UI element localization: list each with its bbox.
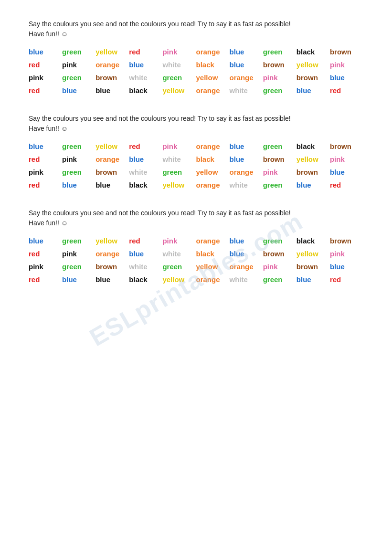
color-word-s2-r1-c1: blue (29, 142, 62, 150)
color-word-s2-r2-c10: pink (330, 155, 363, 163)
color-word-s1-r2-c2: pink (62, 61, 95, 69)
color-word-s3-r2-c5: white (162, 250, 196, 258)
color-word-s1-r1-c3: yellow (95, 48, 129, 56)
color-word-s3-r3-c4: white (129, 263, 162, 271)
color-word-s2-r1-c7: blue (230, 142, 263, 150)
instruction-3: Say the coulours you see and not the cou… (29, 208, 363, 228)
color-word-s3-r2-c9: yellow (297, 250, 330, 258)
color-word-s1-r1-c7: blue (230, 48, 263, 56)
color-word-s3-r4-c9: blue (297, 275, 330, 284)
color-word-s2-r1-c6: orange (196, 142, 229, 150)
instruction-line1: Say the coulours you see and not the cou… (29, 115, 291, 122)
color-word-s2-r1-c4: red (129, 142, 162, 150)
color-word-s3-r3-c10: blue (330, 263, 363, 271)
color-word-s3-r3-c5: green (162, 263, 196, 271)
color-word-s2-r4-c6: orange (196, 181, 229, 189)
color-grid-3: bluegreenyellowredpinkorangebluegreenbla… (29, 237, 363, 284)
color-word-s1-r4-c8: green (263, 86, 297, 95)
color-grid-2: bluegreenyellowredpinkorangebluegreenbla… (29, 142, 363, 189)
color-word-s3-r1-c8: green (263, 237, 297, 245)
color-word-s2-r2-c3: orange (95, 155, 129, 163)
color-word-s3-r4-c6: orange (196, 275, 229, 284)
color-word-s2-r3-c3: brown (95, 168, 129, 176)
color-word-s3-r2-c7: blue (230, 250, 263, 258)
color-word-s2-r1-c10: brown (330, 142, 363, 150)
color-word-s2-r4-c7: white (230, 181, 263, 189)
color-word-s2-r1-c3: yellow (95, 142, 129, 150)
color-word-s1-r3-c3: brown (95, 74, 129, 82)
color-word-s1-r1-c4: red (129, 48, 162, 56)
color-word-s1-r2-c3: orange (95, 61, 129, 69)
color-word-s1-r2-c8: brown (263, 61, 297, 69)
color-word-s1-r4-c2: blue (62, 86, 95, 95)
color-word-s1-r2-c9: yellow (297, 61, 330, 69)
color-word-s2-r2-c2: pink (62, 155, 95, 163)
color-word-s1-r4-c1: red (29, 86, 62, 95)
instruction-line2: Have fun!! ☺ (29, 125, 68, 132)
color-word-s2-r3-c9: brown (297, 168, 330, 176)
color-word-s1-r4-c6: orange (196, 86, 229, 95)
color-word-s1-r3-c8: pink (263, 74, 297, 82)
color-word-s3-r4-c4: black (129, 275, 162, 284)
color-word-s3-r2-c3: orange (95, 250, 129, 258)
color-word-s1-r1-c1: blue (29, 48, 62, 56)
instruction-line2: Have fun!! ☺ (29, 30, 68, 38)
color-word-s2-r2-c1: red (29, 155, 62, 163)
color-word-s2-r3-c6: yellow (196, 168, 229, 176)
color-word-s1-r4-c10: red (330, 86, 363, 95)
color-word-s1-r2-c10: pink (330, 61, 363, 69)
color-word-s2-r1-c5: pink (162, 142, 196, 150)
color-word-s3-r3-c2: green (62, 263, 95, 271)
color-word-s3-r2-c8: brown (263, 250, 297, 258)
color-word-s2-r4-c1: red (29, 181, 62, 189)
instruction-line1: Say the coulours you see and not the cou… (29, 20, 291, 28)
color-word-s2-r4-c10: red (330, 181, 363, 189)
color-word-s3-r4-c1: red (29, 275, 62, 284)
color-word-s2-r1-c9: black (297, 142, 330, 150)
color-word-s1-r1-c10: brown (330, 48, 363, 56)
color-word-s3-r4-c7: white (230, 275, 263, 284)
color-word-s2-r2-c8: brown (263, 155, 297, 163)
instruction-1: Say the coulours you see and not the cou… (29, 19, 363, 39)
color-word-s3-r1-c3: yellow (95, 237, 129, 245)
color-word-s2-r2-c6: black (196, 155, 229, 163)
color-word-s3-r4-c2: blue (62, 275, 95, 284)
color-word-s2-r2-c5: white (162, 155, 196, 163)
color-word-s1-r3-c7: orange (230, 74, 263, 82)
color-word-s1-r2-c5: white (162, 61, 196, 69)
color-word-s3-r3-c7: orange (230, 263, 263, 271)
color-word-s1-r3-c4: white (129, 74, 162, 82)
color-word-s3-r4-c3: blue (95, 275, 129, 284)
color-word-s1-r3-c2: green (62, 74, 95, 82)
color-word-s2-r3-c2: green (62, 168, 95, 176)
color-word-s2-r3-c8: pink (263, 168, 297, 176)
color-word-s3-r2-c1: red (29, 250, 62, 258)
color-word-s2-r2-c4: blue (129, 155, 162, 163)
color-word-s3-r4-c10: red (330, 275, 363, 284)
instruction-line1: Say the coulours you see and not the cou… (29, 209, 291, 217)
color-word-s1-r1-c5: pink (162, 48, 196, 56)
color-word-s2-r3-c7: orange (230, 168, 263, 176)
color-word-s3-r1-c7: blue (230, 237, 263, 245)
color-word-s1-r2-c1: red (29, 61, 62, 69)
color-word-s3-r1-c6: orange (196, 237, 229, 245)
color-word-s2-r4-c2: blue (62, 181, 95, 189)
color-word-s1-r3-c1: pink (29, 74, 62, 82)
instruction-line2: Have fun!! ☺ (29, 219, 68, 227)
color-grid-1: bluegreenyellowredpinkorangebluegreenbla… (29, 48, 363, 95)
color-word-s1-r4-c4: black (129, 86, 162, 95)
color-word-s1-r2-c4: blue (129, 61, 162, 69)
color-word-s2-r3-c5: green (162, 168, 196, 176)
section-1: Say the coulours you see and not the cou… (29, 19, 363, 95)
color-word-s1-r4-c3: blue (95, 86, 129, 95)
color-word-s3-r1-c9: black (297, 237, 330, 245)
section-2: Say the coulours you see and not the cou… (29, 114, 363, 189)
color-word-s2-r4-c4: black (129, 181, 162, 189)
color-word-s3-r3-c9: brown (297, 263, 330, 271)
color-word-s3-r2-c2: pink (62, 250, 95, 258)
color-word-s2-r3-c10: blue (330, 168, 363, 176)
color-word-s3-r2-c4: blue (129, 250, 162, 258)
instruction-2: Say the coulours you see and not the cou… (29, 114, 363, 134)
color-word-s2-r1-c2: green (62, 142, 95, 150)
color-word-s3-r2-c10: pink (330, 250, 363, 258)
